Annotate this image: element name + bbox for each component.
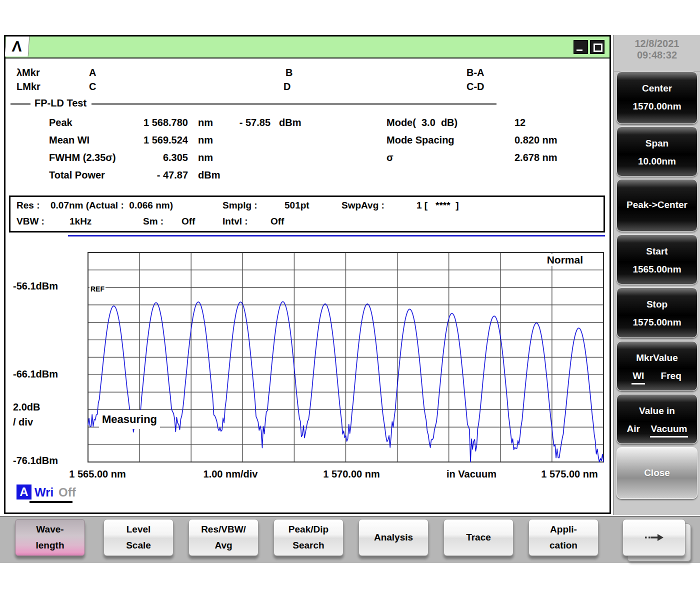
fkey-wavelength-line2: length xyxy=(16,540,84,551)
x-scale-per-div: 1.00 nm/div xyxy=(204,468,258,480)
peak-level-unit: dBm xyxy=(279,117,301,128)
peak-wavelength-unit: nm xyxy=(198,117,213,128)
measuring-status-label: Measuring xyxy=(99,410,160,429)
fkey-trace-label: Trace xyxy=(444,532,513,543)
mode-count-value: 12 xyxy=(514,117,526,128)
y-tick-label-top: -56.1dBm xyxy=(13,280,58,292)
minimize-button[interactable] xyxy=(574,40,588,54)
fkey-peakdip-line1: Peak/Dip xyxy=(274,524,343,535)
fkey-analysis-label: Analysis xyxy=(359,532,428,543)
app-logo-icon: Λ xyxy=(5,36,30,56)
res-label: Res : xyxy=(16,200,40,211)
mode-count-label: Mode( 3.0 dB) xyxy=(386,117,458,128)
datetime-display: 12/8/2021 09:48:32 xyxy=(614,38,700,61)
softkey-span[interactable]: Span 10.00nm xyxy=(616,126,698,176)
trace-a-badge[interactable]: A xyxy=(16,484,32,500)
softkey-stop-value: 1575.00nm xyxy=(617,317,697,328)
ref-level-label: REF xyxy=(90,285,106,293)
analysis-section-title: FP-LD Test xyxy=(34,98,86,109)
separator-line xyxy=(68,235,605,236)
marker-d-label: D xyxy=(284,81,290,92)
section-rule-left xyxy=(10,104,30,104)
y-scale-label-line1: 2.0dB xyxy=(13,402,40,413)
spectrum-chart: Normal REF Measuring xyxy=(88,252,604,462)
softkey-sidebar: 12/8/2021 09:48:32 Center 1570.00nm Span… xyxy=(613,35,700,515)
analysis-row-peak: Peak 1 568.780 nm - 57.85 dBm Mode( 3.0 … xyxy=(6,117,610,130)
maximize-icon xyxy=(594,44,602,52)
section-rule-right xyxy=(92,104,496,104)
x-tick-start: 1 565.00 nm xyxy=(69,468,126,480)
y-tick-label-bottom: -76.1dBm xyxy=(13,455,58,466)
interval-label: Intvl : xyxy=(222,216,248,227)
interval-value: Off xyxy=(270,216,284,227)
sampling-value: 501pt xyxy=(284,200,310,211)
fkey-level-line1: Level xyxy=(104,524,173,535)
dashed-right-arrow-icon xyxy=(623,532,685,545)
y-scale-label-line2: / div xyxy=(13,416,33,428)
function-key-analysis[interactable]: Analysis xyxy=(358,519,428,556)
vbw-label: VBW : xyxy=(16,216,44,227)
x-tick-stop: 1 575.00 nm xyxy=(541,468,598,480)
function-key-peak-dip-search[interactable]: Peak/Dip Search xyxy=(274,519,344,556)
titlebar: Λ xyxy=(6,36,610,58)
softkey-start-value: 1565.00nm xyxy=(617,264,697,275)
date-label: 12/8/2021 xyxy=(614,38,700,50)
mean-wl-value: 1 569.524 xyxy=(103,134,188,146)
marker-a-label: A xyxy=(89,67,96,78)
softkey-start-title: Start xyxy=(617,246,697,257)
softkey-stop[interactable]: Stop 1575.00nm xyxy=(616,288,698,338)
fkey-wavelength-line1: Wave- xyxy=(16,524,84,535)
marker-value-option-wl[interactable]: WI xyxy=(632,370,645,384)
marker-c-label: C xyxy=(89,81,96,92)
smoothing-value: Off xyxy=(182,216,195,227)
fwhm-unit: nm xyxy=(198,152,213,164)
function-key-res-vbw-avg[interactable]: Res/VBW/ Avg xyxy=(188,519,258,556)
peak-wavelength-value: 1 568.780 xyxy=(103,117,188,128)
y-tick-label-mid: -66.1dBm xyxy=(13,368,58,380)
function-key-trace[interactable]: Trace xyxy=(444,519,514,556)
marker-b-label: B xyxy=(286,67,292,78)
time-label: 09:48:32 xyxy=(614,50,700,61)
wavelength-marker-row-label: λMkr xyxy=(16,67,40,78)
total-power-unit: dBm xyxy=(198,170,220,181)
mode-spacing-value: 0.820 nm xyxy=(514,134,558,146)
softkey-value-in[interactable]: Value in Air Vacuum xyxy=(616,394,698,444)
sampling-label: Smplg : xyxy=(222,200,258,211)
marker-value-option-freq[interactable]: Freq xyxy=(660,370,682,384)
analysis-row-fwhm: FWHM (2.35σ) 6.305 nm σ 2.678 nm xyxy=(6,152,610,165)
softkey-close-title: Close xyxy=(617,468,697,478)
sweep-avg-label: SwpAvg : xyxy=(342,200,384,211)
softkey-marker-value[interactable]: MkrValue WI Freq xyxy=(616,341,698,391)
vbw-value: 1kHz xyxy=(70,216,92,227)
sigma-value: 2.678 nm xyxy=(514,152,558,164)
smoothing-label: Sm : xyxy=(143,216,164,227)
softkey-center-value: 1570.00nm xyxy=(617,101,697,112)
value-in-option-vacuum[interactable]: Vacuum xyxy=(650,424,688,438)
total-power-value: - 47.87 xyxy=(103,170,188,181)
trace-state-label: Off xyxy=(58,486,76,500)
total-power-label: Total Power xyxy=(49,170,105,181)
analysis-row-total-power: Total Power - 47.87 dBm xyxy=(6,170,610,182)
softkey-close[interactable]: Close xyxy=(616,447,698,499)
acquisition-settings-box: Res : 0.07nm (Actual : 0.066 nm) Smplg :… xyxy=(9,196,605,232)
fwhm-value: 6.305 xyxy=(103,152,188,164)
function-key-level-scale[interactable]: Level Scale xyxy=(104,519,174,556)
peak-label: Peak xyxy=(49,117,72,128)
res-value: 0.07nm (Actual : 0.066 nm) xyxy=(50,200,173,211)
softkey-start[interactable]: Start 1565.00nm xyxy=(616,234,698,284)
mode-spacing-label: Mode Spacing xyxy=(386,134,454,146)
level-marker-row-label: LMkr xyxy=(16,81,40,92)
fkey-application-line1: Appli- xyxy=(529,524,598,535)
function-key-wavelength[interactable]: Wave- length xyxy=(15,519,85,556)
softkey-center[interactable]: Center 1570.00nm xyxy=(616,72,698,124)
maximize-button[interactable] xyxy=(590,40,604,54)
softkey-marker-value-title: MkrValue xyxy=(617,352,697,364)
marker-c-d-label: C-D xyxy=(466,81,484,92)
main-window: Λ λMkr A B B-A LMkr C D C-D FP-LD Test P… xyxy=(4,35,611,514)
sweep-avg-value: 1 [ **** ] xyxy=(416,200,458,211)
value-in-option-air[interactable]: Air xyxy=(626,424,641,438)
function-key-application[interactable]: Appli- cation xyxy=(528,519,598,556)
function-key-more[interactable] xyxy=(622,519,686,556)
softkey-stop-title: Stop xyxy=(617,299,697,310)
softkey-peak-to-center[interactable]: Peak->Center xyxy=(616,179,698,232)
